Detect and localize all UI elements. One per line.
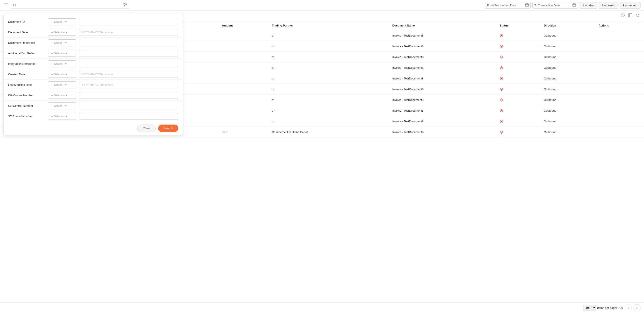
status-error-icon: ⊗ (500, 97, 503, 102)
filter-select-isaControlNumber[interactable]: -- Select -- (48, 92, 76, 99)
filter-toggle-button[interactable] (4, 3, 9, 8)
filter-select-createdDate[interactable]: -- Select -- (48, 71, 76, 78)
filter-select-input-createdDate[interactable]: -- Select -- (50, 73, 68, 76)
cell-direction: Outbound (540, 84, 595, 95)
cell-trading-partner: ot (268, 62, 389, 73)
status-error-icon: ⊗ (500, 119, 503, 124)
cell-trading-partner: ot (268, 73, 389, 84)
cell-actions (595, 116, 644, 127)
filter-input-documentReference[interactable] (79, 40, 178, 46)
cell-trading-partner: ot (268, 116, 389, 127)
cell-amount (218, 84, 268, 95)
col-amount: Amount (218, 21, 268, 30)
status-error-icon: ⊗ (500, 87, 503, 92)
filter-label-documentReference: Document Reference (8, 41, 45, 45)
columns-icon (628, 13, 632, 17)
filter-select-input-stControlNumber[interactable]: -- Select -- (50, 115, 68, 118)
to-date-input[interactable] (534, 4, 571, 7)
next-page-button[interactable]: › (634, 304, 640, 311)
filter-select-input-gsControlNumber[interactable]: -- Select -- (50, 104, 68, 108)
cell-direction: Outbound (540, 30, 595, 41)
filter-actions: Clear Search (4, 122, 183, 135)
col-doc-name: Document Name (389, 21, 496, 30)
filter-input-createdDate[interactable] (79, 71, 178, 78)
filter-select-input-isaControlNumber[interactable]: -- Select -- (50, 94, 68, 97)
svg-rect-20 (628, 14, 630, 17)
filter-panel: Document ID-- Select --Document Date-- S… (4, 14, 183, 135)
filter-input-documentDate[interactable] (79, 29, 178, 36)
cell-direction: Outbound (540, 105, 595, 116)
clear-button[interactable]: Clear (137, 125, 155, 132)
filter-input-integrationReference[interactable] (79, 61, 178, 67)
filter-input-lastModifiedDate[interactable] (79, 82, 178, 88)
filter-select-input-documentReference[interactable]: -- Select -- (50, 41, 68, 45)
columns-button[interactable] (628, 13, 633, 19)
search-input[interactable] (17, 4, 122, 7)
last-month-button[interactable]: Last month (620, 2, 640, 9)
history-button[interactable] (620, 13, 626, 19)
filter-label-documentDate: Document Date (8, 31, 45, 34)
filter-select-input-integrationReference[interactable]: -- Select -- (50, 62, 68, 66)
cell-trading-partner: ot (268, 95, 389, 105)
filter-row-gsControlNumber: GS Control Number-- Select -- (4, 101, 183, 111)
to-date-calendar-icon[interactable] (572, 3, 576, 8)
filter-input-gsControlNumber[interactable] (79, 103, 178, 109)
filter-input-documentId[interactable] (79, 19, 178, 25)
filter-select-input-documentDate[interactable]: -- Select -- (50, 31, 68, 34)
cell-status: ⊗ (496, 73, 540, 84)
cell-direction: Outbound (540, 116, 595, 127)
filter-select-documentReference[interactable]: -- Select -- (48, 39, 76, 46)
to-date-wrapper (532, 2, 578, 9)
cell-actions (595, 127, 644, 137)
search-settings-button[interactable] (123, 3, 127, 8)
svg-rect-21 (630, 14, 631, 17)
filter-input-additionalDocRef[interactable] (79, 50, 178, 57)
status-error-icon: ⊗ (500, 44, 503, 49)
cell-amount (218, 95, 268, 105)
cell-amount: 72.7 (218, 127, 268, 137)
cell-amount (218, 73, 268, 84)
last-week-button[interactable]: Last week (599, 2, 618, 9)
filter-select-input-additionalDocRef[interactable]: -- Select -- (50, 52, 68, 55)
per-page-select[interactable]: 100 50 25 (583, 305, 596, 311)
filter-select-lastModifiedDate[interactable]: -- Select -- (48, 81, 76, 88)
cell-direction: Outbound (540, 73, 595, 84)
cell-actions (595, 105, 644, 116)
items-per-page: 100 50 25 Items per page: 100 (583, 305, 623, 311)
search-button[interactable]: Search (158, 125, 178, 132)
status-error-icon: ⊗ (500, 108, 503, 113)
cell-doc-name: Invoice - TestDocument8 (389, 41, 496, 52)
col-status: Status (496, 21, 540, 30)
filter-select-input-documentId[interactable]: -- Select -- (50, 20, 68, 24)
cell-status: ⊗ (496, 41, 540, 52)
refresh-button[interactable] (635, 13, 640, 19)
from-date-input[interactable] (487, 4, 524, 7)
filter-select-documentId[interactable]: -- Select -- (48, 18, 76, 25)
filter-input-isaControlNumber[interactable] (79, 92, 178, 99)
filter-select-stControlNumber[interactable]: -- Select -- (48, 113, 76, 120)
filter-select-additionalDocRef[interactable]: -- Select -- (48, 50, 76, 57)
cell-actions (595, 73, 644, 84)
cell-doc-name: Invoice - TestDocument8 (389, 95, 496, 105)
filter-select-integrationReference[interactable]: -- Select -- (48, 60, 76, 67)
cell-status: ⊗ (496, 84, 540, 95)
cell-amount (218, 116, 268, 127)
cell-doc-name: Invoice - TestDocument8 (389, 30, 496, 41)
filter-input-stControlNumber[interactable] (79, 113, 178, 120)
filter-select-documentDate[interactable]: -- Select -- (48, 29, 76, 36)
from-date-calendar-icon[interactable] (525, 3, 529, 8)
cell-status: ⊗ (496, 127, 540, 137)
cell-doc-name: Invoice - TestDocument8 (389, 52, 496, 62)
svg-point-3 (13, 4, 16, 6)
prev-page-button[interactable]: ‹ (625, 304, 632, 311)
history-icon (621, 13, 625, 17)
filter-label-createdDate: Created Date (8, 73, 45, 76)
cell-status: ⊗ (496, 52, 540, 62)
cell-amount (218, 30, 268, 41)
filter-select-gsControlNumber[interactable]: -- Select -- (48, 102, 76, 109)
last-day-button[interactable]: Last day (580, 2, 597, 9)
svg-point-8 (126, 4, 126, 5)
svg-rect-22 (631, 14, 632, 17)
cell-actions (595, 30, 644, 41)
filter-select-input-lastModifiedDate[interactable]: -- Select -- (50, 83, 68, 87)
